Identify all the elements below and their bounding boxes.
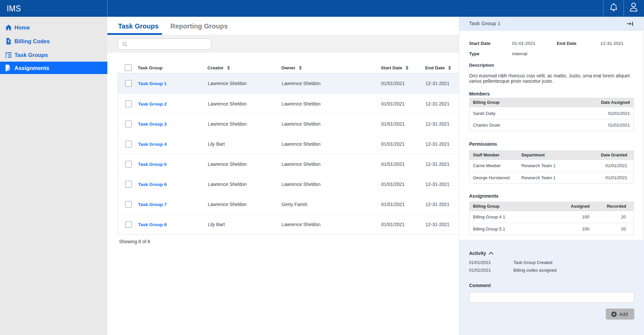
- svg-text:$: $: [8, 39, 10, 43]
